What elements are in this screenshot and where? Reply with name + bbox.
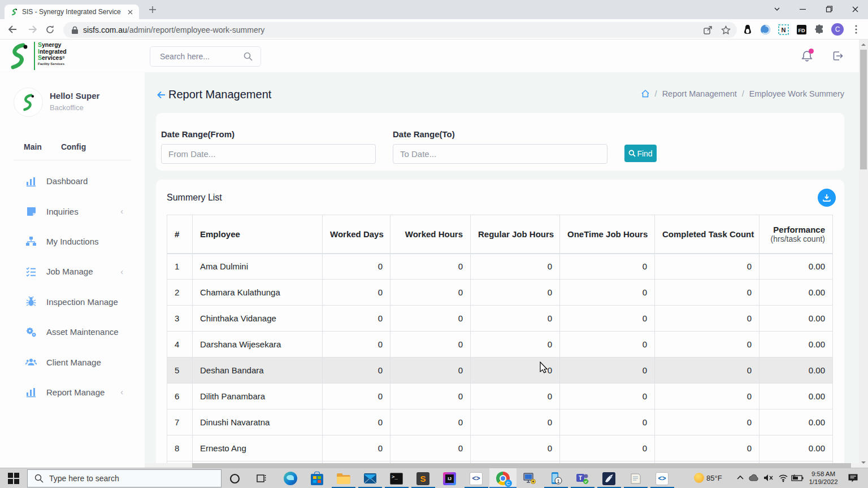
page-back-arrow-icon[interactable] — [156, 90, 166, 100]
browser-menu-icon[interactable] — [849, 23, 863, 36]
back-button[interactable] — [6, 23, 19, 36]
table-cell: 0 — [560, 280, 655, 306]
table-cell: 0 — [655, 306, 760, 332]
date-to-input[interactable]: To Date... — [393, 144, 607, 164]
table-cell: 0 — [471, 435, 560, 461]
sidebar-item-job-manage[interactable]: Job Manage ‹ — [0, 256, 145, 286]
tray-wifi-icon[interactable] — [775, 470, 791, 486]
vertical-scrollbar-thumb[interactable] — [860, 50, 867, 169]
taskbar-icon-phone[interactable]: 1 — [542, 469, 569, 487]
reload-button[interactable] — [43, 23, 57, 36]
task-view-icon[interactable] — [254, 470, 270, 486]
taskbar-icon-edge[interactable] — [277, 469, 303, 487]
extensions-puzzle-icon[interactable] — [813, 23, 826, 36]
start-button[interactable] — [8, 473, 19, 484]
breadcrumb-item[interactable]: Employee Work Summery — [749, 89, 844, 98]
taskbar-icon-intellij[interactable]: IJ — [436, 469, 463, 487]
table-cell: 7 — [167, 409, 193, 435]
taskbar-icon-putty[interactable] — [596, 469, 622, 487]
taskbar-clock[interactable]: 9:58 AM1/19/2022 — [805, 470, 842, 486]
tray-onedrive-icon[interactable] — [746, 470, 762, 486]
notifications-bell-icon[interactable] — [800, 49, 814, 63]
table-cell: 0 — [560, 332, 655, 358]
breadcrumb: / Report Management / Employee Work Summ… — [641, 89, 844, 98]
address-bar[interactable]: sisfs.com.au/admin/report/employee-work-… — [63, 22, 737, 38]
taskbar-temperature[interactable]: 85°F — [706, 468, 722, 488]
cortana-icon[interactable] — [227, 470, 242, 486]
taskbar-icon-mail[interactable] — [357, 469, 383, 487]
tray-volume-muted-icon[interactable] — [761, 470, 776, 486]
action-center-icon[interactable] — [845, 470, 861, 486]
taskbar-icon-remote-desktop[interactable] — [516, 469, 542, 487]
extension-swirl-icon[interactable] — [758, 23, 772, 36]
logout-icon[interactable] — [830, 49, 845, 63]
window-minimize-button[interactable] — [790, 0, 815, 18]
sidebar-tab-main[interactable]: Main — [24, 142, 42, 151]
sidebar-item-report-manage[interactable]: Report Manage ‹ — [0, 377, 145, 407]
col-worked-hours: Worked Hours — [390, 215, 471, 254]
svg-text:FD: FD — [798, 27, 805, 33]
sidebar-item-my-inductions[interactable]: My Inductions — [0, 226, 145, 256]
download-button[interactable] — [818, 189, 836, 207]
taskbar-icon-terminal[interactable]: >_ — [383, 469, 410, 487]
table-cell: 0 — [655, 384, 760, 409]
header-search-input[interactable]: Search here... — [150, 46, 261, 67]
extension-penguin-icon[interactable] — [741, 23, 754, 36]
date-from-input[interactable]: From Date... — [161, 144, 376, 164]
extension-fd-icon[interactable]: FD — [795, 23, 808, 36]
table-cell: 0 — [323, 332, 390, 358]
sidebar-item-inquiries[interactable]: Inquiries ‹ — [0, 196, 145, 226]
table-header-row: # Employee Worked Days Worked Hours Regu… — [167, 215, 833, 254]
table-cell: Dilith Panambara — [193, 384, 323, 409]
sidebar-item-asset-maintenance[interactable]: Asset Maintenance — [0, 317, 145, 347]
table-cell: Darshana Wijesekara — [193, 332, 323, 358]
sidebar-item-client-manage[interactable]: Client Manage — [0, 347, 145, 377]
extension-notion-icon[interactable]: N — [776, 23, 790, 36]
forward-button[interactable] — [26, 23, 40, 36]
summary-card: Summery List # Employee Worked Days Work… — [156, 180, 844, 488]
find-button[interactable]: Find — [624, 145, 657, 162]
browser-toolbar: sisfs.com.au/admin/report/employee-work-… — [0, 19, 868, 40]
table-cell: Dinushi Navaratna — [193, 409, 323, 435]
table-cell: 0 — [390, 358, 471, 384]
taskbar-icon-visual-studio[interactable]: <> — [649, 469, 675, 487]
col-completed-task-count: Completed Task Count — [655, 215, 760, 254]
bookmark-star-icon[interactable] — [719, 23, 732, 37]
col-performance: Performance(hrs/task count) — [760, 215, 833, 254]
user-avatar[interactable] — [14, 88, 43, 117]
table-cell: 0 — [471, 409, 560, 435]
window-maximize-button[interactable] — [817, 0, 841, 18]
app-logo[interactable]: Synergy Integrated Services® Facility Se… — [6, 42, 67, 70]
window-menu-chevron-icon[interactable] — [765, 0, 789, 18]
taskbar-search-input[interactable]: Type here to search — [27, 469, 222, 487]
tab-close-icon[interactable] — [125, 7, 134, 16]
new-tab-button[interactable] — [146, 3, 159, 16]
sidebar-item-inspection-manage[interactable]: Inspection Manage — [0, 287, 145, 317]
taskbar-icon-chrome[interactable]: C — [489, 469, 516, 487]
taskbar-icon-teams[interactable]: T — [569, 469, 596, 487]
taskbar-icon-notes[interactable] — [622, 469, 649, 487]
tray-battery-icon[interactable] — [789, 470, 805, 486]
browser-tab[interactable]: SIS - Synergy Integrated Service — [5, 5, 139, 19]
window-close-button[interactable] — [843, 0, 867, 18]
sidebar-tab-config[interactable]: Config — [61, 142, 86, 151]
breadcrumb-item[interactable]: Report Management — [662, 89, 737, 98]
scroll-up-icon[interactable] — [861, 42, 866, 47]
taskbar-icon-code-light[interactable]: <> — [463, 469, 489, 487]
col-regular-job-hours: Regular Job Hours — [471, 215, 560, 254]
taskbar-icon-store[interactable] — [303, 469, 330, 487]
bar-chart-icon — [25, 386, 37, 398]
weather-sun-icon[interactable] — [694, 473, 704, 483]
horizontal-scrollbar-thumb[interactable] — [192, 463, 851, 468]
sitemap-icon — [25, 236, 37, 247]
horizontal-scrollbar[interactable] — [145, 463, 860, 468]
taskbar-icon-file-explorer[interactable] — [330, 469, 357, 487]
home-icon[interactable] — [641, 89, 650, 98]
vertical-scrollbar[interactable] — [859, 40, 868, 468]
sidebar-item-dashboard[interactable]: Dashboard — [0, 166, 145, 196]
share-icon[interactable] — [701, 23, 714, 37]
table-cell: 0 — [471, 254, 560, 280]
profile-avatar[interactable]: C — [831, 23, 844, 36]
taskbar-icon-sublime[interactable]: S — [410, 469, 436, 487]
scroll-down-icon[interactable] — [861, 460, 866, 465]
